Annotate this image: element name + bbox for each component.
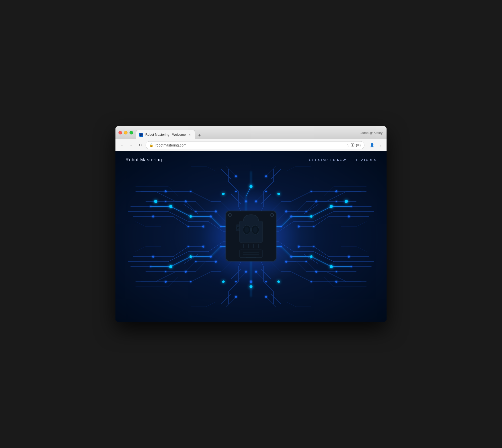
get-started-link[interactable]: GET STARTED NOW	[309, 158, 346, 162]
svg-point-42	[290, 215, 292, 217]
svg-point-18	[195, 261, 197, 262]
svg-point-48	[315, 271, 317, 273]
svg-point-50	[310, 281, 312, 282]
svg-point-102	[236, 227, 239, 229]
svg-point-79	[169, 205, 172, 208]
profile-button[interactable]: 👤	[368, 142, 375, 149]
svg-point-75	[235, 296, 237, 298]
svg-point-33	[152, 256, 154, 258]
address-bar: ← → ↻ 🔒 robotmastering.com ☆ ⓘ (=) 👤 ⋮	[115, 139, 387, 151]
tab-close-button[interactable]: ×	[188, 133, 192, 137]
new-tab-button[interactable]: +	[196, 132, 203, 139]
svg-point-11	[165, 190, 167, 192]
svg-point-84	[330, 265, 333, 268]
svg-point-81	[345, 200, 348, 203]
svg-point-92	[277, 193, 280, 195]
svg-point-16	[150, 206, 151, 207]
svg-point-70	[245, 271, 247, 273]
svg-point-90	[277, 280, 280, 283]
active-tab[interactable]: Robot Mastering - Welcome ×	[136, 130, 195, 139]
svg-point-40	[335, 190, 337, 192]
webpage: Robot Mastering GET STARTED NOW FEATURES	[115, 151, 387, 322]
url-bar[interactable]: 🔒 robotmastering.com ☆ ⓘ (=)	[146, 141, 364, 149]
close-button[interactable]	[118, 131, 122, 134]
svg-point-58	[313, 226, 315, 227]
svg-point-51	[335, 281, 337, 283]
svg-point-66	[235, 191, 237, 192]
traffic-lights	[118, 131, 133, 134]
svg-point-17	[215, 261, 217, 263]
svg-point-29	[187, 226, 189, 227]
svg-point-71	[250, 280, 252, 283]
svg-point-94	[228, 213, 231, 216]
svg-point-91	[222, 193, 225, 195]
minimize-button[interactable]	[124, 131, 128, 134]
robot-logo-container	[221, 203, 281, 270]
svg-point-10	[190, 191, 192, 192]
svg-point-60	[298, 246, 300, 248]
svg-point-72	[255, 271, 257, 273]
features-link[interactable]: FEATURES	[356, 158, 376, 162]
svg-point-53	[290, 256, 292, 258]
svg-point-63	[245, 200, 247, 202]
svg-point-27	[150, 266, 151, 267]
site-logo: Robot Mastering	[126, 157, 162, 163]
svg-point-37	[336, 201, 337, 202]
svg-point-100	[253, 227, 258, 233]
reload-button[interactable]: ↻	[137, 142, 144, 149]
svg-point-61	[313, 246, 315, 247]
svg-point-35	[305, 211, 307, 212]
tab-title: Robot Mastering - Welcome	[145, 133, 186, 136]
site-navigation: Robot Mastering GET STARTED NOW FEATURES	[115, 151, 387, 169]
svg-point-47	[305, 261, 307, 262]
browser-window: Robot Mastering - Welcome × + Jacob @ Ki…	[115, 126, 387, 322]
svg-point-36	[315, 200, 317, 202]
svg-point-31	[202, 246, 204, 248]
info-icon[interactable]: ⓘ	[351, 143, 354, 147]
svg-point-45	[351, 206, 352, 207]
svg-point-20	[165, 271, 166, 272]
svg-point-2	[142, 134, 142, 135]
svg-point-1	[141, 134, 141, 135]
svg-point-99	[244, 227, 249, 233]
svg-rect-112	[240, 250, 262, 257]
svg-rect-111	[246, 257, 256, 261]
svg-point-46	[285, 261, 287, 263]
svg-point-19	[185, 271, 187, 273]
svg-rect-96	[240, 221, 262, 242]
maximize-button[interactable]	[130, 131, 133, 134]
svg-point-32	[187, 246, 189, 247]
svg-point-74	[265, 281, 267, 282]
svg-point-13	[210, 215, 212, 217]
site-nav-links: GET STARTED NOW FEATURES	[309, 158, 376, 162]
security-icon: 🔒	[149, 143, 153, 147]
title-bar: Robot Mastering - Welcome × + Jacob @ Ki…	[115, 126, 387, 139]
svg-point-88	[249, 285, 253, 288]
svg-point-86	[310, 255, 312, 258]
svg-point-24	[210, 256, 212, 258]
svg-point-87	[249, 185, 253, 188]
svg-point-30	[152, 215, 154, 217]
svg-point-76	[265, 296, 267, 298]
svg-point-39	[310, 191, 312, 192]
extension-icon[interactable]: (=)	[356, 143, 361, 147]
svg-point-34	[285, 210, 287, 212]
forward-button[interactable]: →	[128, 142, 135, 149]
svg-point-8	[165, 201, 166, 202]
bookmark-icon[interactable]: ☆	[346, 143, 349, 147]
svg-point-65	[255, 200, 257, 202]
url-text: robotmastering.com	[155, 143, 344, 147]
svg-point-59	[348, 215, 350, 217]
svg-point-49	[336, 271, 337, 272]
svg-point-67	[265, 191, 267, 192]
svg-point-57	[298, 226, 300, 228]
svg-rect-3	[141, 135, 142, 135]
svg-point-69	[265, 175, 267, 177]
svg-point-6	[195, 211, 197, 212]
svg-point-83	[169, 265, 172, 268]
svg-point-78	[154, 200, 157, 203]
svg-point-28	[202, 226, 204, 228]
svg-point-80	[330, 205, 333, 208]
back-button[interactable]: ←	[118, 142, 126, 149]
menu-button[interactable]: ⋮	[376, 142, 384, 149]
